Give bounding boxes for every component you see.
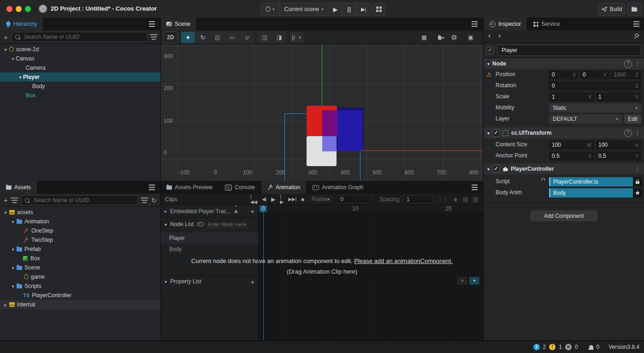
scale-x-field[interactable]: 1X <box>549 92 594 102</box>
hierarchy-filter-icon[interactable] <box>151 36 157 37</box>
go-to-end-button[interactable]: ▶▶| <box>288 197 296 202</box>
help-icon[interactable]: ? <box>624 60 632 68</box>
help-icon[interactable]: ? <box>624 129 632 137</box>
embedded-track-row[interactable]: ▸ Embedded Player Trac... + <box>161 205 258 218</box>
tab-console[interactable]: ›_ Console <box>219 181 261 194</box>
chevron-right-icon[interactable]: ▸ <box>3 302 8 307</box>
uitransform-section-header[interactable]: ▾ ✓ cc.UITransform ? ⋮ <box>484 127 644 138</box>
node-section-menu-icon[interactable]: ⋮ <box>635 60 640 67</box>
chevron-down-icon[interactable]: ▾ <box>487 167 490 172</box>
play-animation-button[interactable]: ▶ <box>271 196 275 203</box>
anchor-y-field[interactable]: 0.5Y <box>596 151 641 161</box>
warning-count[interactable]: 1 <box>559 344 562 350</box>
rotate-tool-button[interactable]: ↻ <box>196 32 210 43</box>
add-property-button[interactable]: + <box>250 278 254 285</box>
error-count[interactable]: 0 <box>575 344 578 350</box>
rotation-z-field[interactable]: 0Z <box>549 81 641 90</box>
asset-folder-prefab[interactable]: ▾ Prefab <box>0 245 160 254</box>
chevron-down-icon[interactable]: ▾ <box>3 47 8 52</box>
tab-animation[interactable]: Animation <box>261 181 307 194</box>
tab-inspector[interactable]: Inspector <box>484 18 527 30</box>
snap-tool-button[interactable]: ◲ <box>258 32 272 43</box>
asset-folder-scene[interactable]: ▾ Scene <box>0 263 160 272</box>
anim-node-row-body[interactable]: Body <box>161 244 258 255</box>
content-size-w-field[interactable]: 100W <box>549 140 594 150</box>
gizmo-settings-button[interactable]: ||·▾ <box>290 32 303 43</box>
pause-button[interactable]: || <box>343 3 356 15</box>
chevron-down-icon[interactable]: ▾ <box>10 265 16 270</box>
uitransform-menu-icon[interactable]: ⋮ <box>635 130 640 136</box>
info-icon[interactable]: i <box>533 344 540 350</box>
build-button[interactable]: Build <box>598 3 625 16</box>
sort-assets-icon[interactable] <box>12 200 18 201</box>
gear-icon[interactable] <box>451 34 457 41</box>
add-track-button[interactable]: + <box>250 208 254 215</box>
position-y-field[interactable]: 0Y <box>580 70 609 79</box>
previous-frame-button[interactable]: ◀| <box>262 197 266 202</box>
mobility-select[interactable]: Static▾ <box>549 103 641 113</box>
chevron-down-icon[interactable]: ▾ <box>487 61 490 66</box>
refresh-icon[interactable]: ↻ <box>151 197 157 204</box>
tree-node-camera[interactable]: Camera <box>0 63 160 72</box>
tree-node-player-selected[interactable]: ▾ Player <box>0 72 160 82</box>
bell-count[interactable]: 0 <box>597 344 600 350</box>
asset-box-prefab[interactable]: Box <box>0 254 160 263</box>
chevron-down-icon[interactable]: ▾ <box>487 131 490 136</box>
node-active-checkbox[interactable]: ✓ <box>486 47 494 54</box>
chevron-down-icon[interactable]: ▾ <box>3 210 8 215</box>
asset-playercontroller-script[interactable]: TS PlayerController <box>0 291 160 300</box>
eye-icon[interactable] <box>197 222 204 227</box>
body-anim-slot[interactable] <box>633 188 642 197</box>
layer-edit-button[interactable]: Edit <box>624 114 641 124</box>
chevron-down-icon[interactable]: ▾ <box>165 222 167 227</box>
position-z-field[interactable]: 1000Z <box>611 70 641 79</box>
scene-viewport[interactable]: -100 0 100 200 300 400 500 600 700 800 3… <box>161 44 483 181</box>
pin-icon[interactable] <box>634 33 639 39</box>
add-component-button[interactable]: Add Component <box>530 210 597 221</box>
add-animation-component-link[interactable]: Please add an animationComponent. <box>354 257 453 264</box>
timeline-ruler[interactable]: 0 10 20 <box>258 205 483 213</box>
asset-folder-scripts[interactable]: ▾ Scripts <box>0 281 160 291</box>
property-list-header[interactable]: ▾ Property List + <box>161 275 258 287</box>
playercontroller-menu-icon[interactable]: ⋮ <box>635 166 640 172</box>
asset-assets-root[interactable]: ▾ assets <box>0 208 160 217</box>
frame-settings-button[interactable]: ▣ <box>464 32 478 43</box>
hierarchy-menu-icon[interactable] <box>149 24 155 24</box>
animation-splitter[interactable] <box>258 205 259 341</box>
body-anim-field[interactable]: Body <box>549 188 633 197</box>
tab-service[interactable]: Service <box>527 18 566 30</box>
uitransform-enabled-checkbox[interactable]: ✓ <box>492 129 500 137</box>
dopesheet-view-button[interactable]: ● <box>469 277 479 285</box>
assets-filter-icon[interactable] <box>142 200 148 201</box>
playercontroller-section-header[interactable]: ▾ ✓ PlayerController ⋮ <box>484 163 644 174</box>
spacing-input[interactable] <box>403 195 433 203</box>
go-to-start-button[interactable]: |◀◀ <box>250 194 257 204</box>
script-asset-field[interactable]: PlayerController.ts <box>549 177 633 186</box>
asset-folder-animation[interactable]: ▾ Animation <box>0 217 160 226</box>
error-icon[interactable]: ✕ <box>565 344 572 350</box>
layout-button[interactable] <box>372 3 385 16</box>
flask-icon[interactable] <box>234 209 238 213</box>
tree-node-body[interactable]: Body <box>0 82 160 91</box>
create-node-button[interactable]: + <box>4 34 8 41</box>
chevron-down-icon[interactable]: ▾ <box>18 75 23 80</box>
frame-unit-select[interactable]: Frame▾ <box>308 195 333 203</box>
tree-node-box[interactable]: Box <box>0 91 160 100</box>
tree-node-canvas[interactable]: ▾ Canvas <box>0 54 160 63</box>
assets-menu-icon[interactable] <box>149 187 155 188</box>
chevron-down-icon[interactable]: ▾ <box>10 56 16 61</box>
2d-3d-toggle[interactable]: 2D <box>163 31 178 43</box>
clip-card-icon[interactable]: ▥ <box>473 196 478 203</box>
content-size-h-field[interactable]: 100H <box>596 140 641 150</box>
save-clip-icon[interactable]: ▤ <box>463 196 468 203</box>
tab-hierarchy[interactable]: Hierarchy <box>0 18 43 30</box>
node-filter-input[interactable] <box>207 221 248 228</box>
pivot-tool-button[interactable]: ◨ <box>272 32 286 43</box>
node-name-field[interactable]: Player <box>497 45 641 56</box>
move-tool-button[interactable]: + <box>181 32 195 43</box>
tab-animation-graph[interactable]: Animation Graph <box>307 181 370 194</box>
chevron-down-icon[interactable]: ▾ <box>10 219 16 224</box>
anchor-x-field[interactable]: 0.5X <box>549 151 594 161</box>
camera-icon[interactable] <box>437 35 444 40</box>
layer-select[interactable]: DEFAULT▾ <box>549 114 622 124</box>
